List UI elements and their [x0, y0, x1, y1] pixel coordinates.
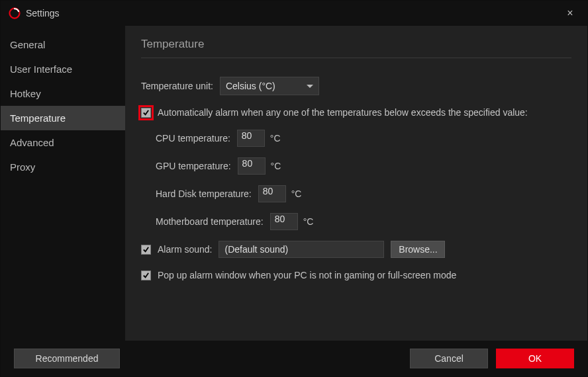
gpu-temp-unit: °C — [271, 161, 281, 171]
sidebar-item-label: General — [10, 39, 45, 50]
mb-temp-row: Motherboard temperature: 80 °C — [156, 213, 571, 230]
auto-alarm-label: Automatically alarm when any one of the … — [158, 107, 528, 118]
alarm-sound-input[interactable]: (Default sound) — [219, 241, 384, 258]
auto-alarm-checkbox[interactable] — [141, 108, 151, 118]
app-logo-icon — [9, 7, 21, 19]
mb-temp-label: Motherboard temperature: — [156, 216, 264, 227]
browse-button[interactable]: Browse... — [391, 241, 445, 258]
window-title: Settings — [26, 8, 60, 19]
temperature-unit-select[interactable]: Celsius (°C) — [220, 77, 319, 95]
sidebar-item-label: User Interface — [10, 63, 72, 75]
sidebar-item-label: Temperature — [10, 112, 66, 124]
temperature-unit-label: Temperature unit: — [141, 81, 213, 91]
popup-row: Pop up alarm window when your PC is not … — [141, 270, 571, 280]
cancel-button[interactable]: Cancel — [410, 349, 488, 368]
sidebar: General User Interface Hotkey Temperatur… — [1, 26, 125, 341]
hdd-temp-input[interactable]: 80 — [258, 185, 286, 202]
popup-checkbox[interactable] — [141, 271, 151, 280]
cpu-temp-unit: °C — [270, 133, 281, 144]
sidebar-item-temperature[interactable]: Temperature — [1, 106, 125, 130]
hdd-temp-unit: °C — [291, 188, 302, 199]
alarm-sound-label: Alarm sound: — [158, 244, 212, 255]
alarm-sound-checkbox[interactable] — [141, 245, 151, 255]
alarm-sound-row: Alarm sound: (Default sound) Browse... — [141, 241, 571, 258]
cpu-temp-row: CPU temperature: 80 °C — [156, 130, 571, 147]
temperature-unit-value: Celsius (°C) — [226, 81, 275, 91]
temperature-unit-row: Temperature unit: Celsius (°C) — [141, 77, 571, 95]
cpu-temp-label: CPU temperature: — [156, 133, 230, 144]
mb-temp-input[interactable]: 80 — [270, 213, 298, 230]
mb-temp-unit: °C — [303, 216, 314, 227]
recommended-button[interactable]: Recommended — [14, 349, 120, 368]
popup-label: Pop up alarm window when your PC is not … — [158, 270, 456, 280]
main-pane: Temperature Temperature unit: Celsius (°… — [125, 26, 587, 341]
gpu-temp-input[interactable]: 80 — [238, 157, 266, 175]
settings-window: Settings × General User Interface Hotkey… — [0, 0, 588, 377]
footer: Recommended Cancel OK — [1, 341, 587, 376]
hdd-temp-label: Hard Disk temperature: — [156, 188, 252, 199]
auto-alarm-row: Automatically alarm when any one of the … — [141, 107, 571, 118]
cpu-temp-input[interactable]: 80 — [237, 130, 265, 147]
sidebar-item-label: Advanced — [10, 137, 54, 148]
chevron-down-icon — [307, 85, 313, 88]
sidebar-item-advanced[interactable]: Advanced — [1, 130, 125, 155]
alarm-sound-value: (Default sound) — [224, 244, 288, 255]
titlebar: Settings × — [1, 1, 587, 26]
hdd-temp-row: Hard Disk temperature: 80 °C — [156, 185, 571, 202]
sidebar-item-label: Hotkey — [10, 88, 41, 99]
ok-button[interactable]: OK — [496, 349, 574, 368]
temperature-fields: CPU temperature: 80 °C GPU temperature: … — [156, 130, 571, 230]
close-icon[interactable]: × — [561, 4, 579, 22]
sidebar-item-label: Proxy — [10, 161, 35, 173]
sidebar-item-hotkey[interactable]: Hotkey — [1, 81, 125, 106]
page-title: Temperature — [141, 38, 571, 58]
sidebar-item-general[interactable]: General — [1, 32, 125, 57]
sidebar-item-user-interface[interactable]: User Interface — [1, 57, 125, 81]
gpu-temp-label: GPU temperature: — [156, 161, 231, 171]
gpu-temp-row: GPU temperature: 80 °C — [156, 157, 571, 175]
sidebar-item-proxy[interactable]: Proxy — [1, 155, 125, 179]
